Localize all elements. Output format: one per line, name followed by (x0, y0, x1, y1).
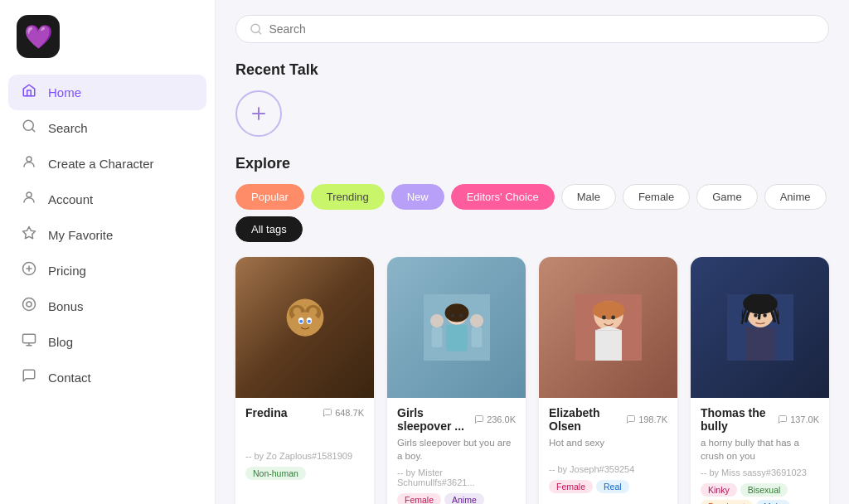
svg-rect-29 (446, 325, 468, 351)
cards-grid: Fredina 648.7K -- by Zo Zaplous#1581909 … (235, 257, 829, 504)
explore-title: Explore (235, 155, 829, 172)
bonus-icon (20, 297, 38, 316)
card-thomas-count: 137.0K (778, 414, 819, 424)
card-elizabeth-count: 198.7K (626, 414, 667, 424)
svg-point-8 (23, 298, 36, 311)
card-thomas-name: Thomas the bully (701, 406, 778, 433)
card-girls-body: Girls sleepover ... 236.0K Girls sleepov… (387, 398, 526, 504)
svg-point-3 (27, 192, 32, 197)
card-fredina-body: Fredina 648.7K -- by Zo Zaplous#1581909 … (235, 398, 374, 490)
sidebar-item-favorite-label: My Favorite (48, 228, 113, 242)
plus-icon (249, 104, 269, 124)
svg-point-34 (470, 314, 483, 327)
favorite-icon (20, 225, 38, 245)
card-girls-desc: Girls sleepover but you are a boy. (397, 436, 516, 463)
home-icon (20, 83, 38, 102)
svg-line-14 (259, 32, 261, 34)
filter-trending[interactable]: Trending (311, 184, 385, 210)
card-girls-tags: Female Anime (397, 493, 516, 504)
sidebar-item-pricing[interactable]: Pricing (8, 253, 206, 288)
card-thomas-tags: Kinky Bisexual Dominant Male Anime (701, 483, 819, 504)
filter-editors-choice[interactable]: Editors' Choice (451, 184, 555, 210)
svg-point-30 (444, 303, 468, 322)
card-girls-image (387, 257, 526, 398)
filter-popular[interactable]: Popular (235, 184, 304, 210)
card-fredina-count: 648.7K (323, 408, 364, 418)
svg-rect-10 (23, 334, 36, 343)
card-thomas-body: Thomas the bully 137.0K a horny bully th… (691, 398, 829, 504)
sidebar-item-search[interactable]: Search (8, 110, 206, 146)
tag-female-2: Female (549, 480, 593, 493)
search-nav-icon (20, 119, 38, 138)
svg-point-22 (290, 313, 319, 337)
filter-new[interactable]: New (391, 184, 444, 210)
blog-icon (20, 332, 38, 351)
create-character-icon (20, 154, 38, 173)
recent-talk-section: Recent Talk (235, 61, 829, 137)
svg-point-2 (27, 157, 32, 162)
search-bar[interactable] (235, 15, 829, 43)
card-thomas[interactable]: Thomas the bully 137.0K a horny bully th… (691, 257, 829, 504)
svg-point-46 (754, 313, 757, 317)
filter-all-tags[interactable]: All tags (235, 216, 303, 242)
svg-point-40 (602, 316, 606, 320)
card-fredina[interactable]: Fredina 648.7K -- by Zo Zaplous#1581909 … (235, 257, 374, 504)
svg-point-47 (763, 313, 766, 317)
svg-rect-48 (745, 327, 774, 361)
svg-point-31 (451, 314, 454, 317)
card-girls-sleepover[interactable]: Girls sleepover ... 236.0K Girls sleepov… (387, 257, 526, 504)
app-logo[interactable]: 💜 (17, 15, 60, 58)
card-girls-count: 236.0K (474, 414, 516, 424)
recent-talk-title: Recent Talk (235, 61, 829, 79)
card-thomas-desc: a horny bully that has a crush on you (701, 436, 819, 463)
sidebar-item-blog[interactable]: Blog (8, 324, 206, 360)
sidebar-item-bonus-label: Bonus (48, 299, 84, 313)
sidebar-item-my-favorite[interactable]: My Favorite (8, 217, 206, 253)
sidebar-item-home-label: Home (48, 85, 81, 99)
card-fredina-desc (245, 423, 364, 446)
tag-real: Real (596, 480, 629, 493)
filter-bar: Popular Trending New Editors' Choice Mal… (235, 184, 829, 242)
sidebar-item-bonus[interactable]: Bonus (8, 288, 206, 324)
card-elizabeth-name: Elizabeth Olsen (549, 406, 626, 433)
card-elizabeth-tags: Female Real (549, 480, 667, 493)
sidebar-item-account-label: Account (48, 192, 93, 206)
tag-dominant: Dominant (701, 500, 753, 504)
card-fredina-image (235, 257, 374, 398)
sidebar-item-home[interactable]: Home (8, 75, 206, 110)
card-elizabeth[interactable]: Elizabeth Olsen 198.7K Hot and sexy -- b… (539, 257, 677, 504)
nav-list: Home Search Create a Character Account M… (0, 70, 215, 504)
logo-area: 💜 (0, 0, 215, 70)
sidebar: 💜 Home Search Create a Character Acco (0, 0, 216, 504)
svg-line-1 (32, 128, 34, 131)
card-fredina-author: -- by Zo Zaplous#1581909 (245, 451, 364, 461)
sidebar-item-create-character[interactable]: Create a Character (8, 146, 206, 182)
filter-male[interactable]: Male (561, 184, 616, 210)
main-content: Recent Talk Explore Popular Trending New… (216, 0, 849, 504)
tag-female-1: Female (397, 493, 441, 504)
sidebar-item-contact-label: Contact (48, 371, 91, 385)
filter-anime[interactable]: Anime (764, 184, 827, 210)
card-elizabeth-desc: Hot and sexy (549, 436, 667, 459)
tag-kinky: Kinky (701, 483, 737, 497)
filter-female[interactable]: Female (623, 184, 690, 210)
svg-point-26 (307, 320, 310, 323)
account-icon (20, 190, 38, 209)
sidebar-item-blog-label: Blog (48, 335, 73, 349)
sidebar-item-account[interactable]: Account (8, 182, 206, 217)
filter-game[interactable]: Game (696, 184, 757, 210)
tag-male: Male (756, 500, 790, 504)
svg-point-41 (611, 316, 615, 320)
sidebar-item-contact[interactable]: Contact (8, 360, 206, 395)
svg-point-25 (299, 320, 303, 323)
svg-rect-36 (471, 327, 482, 347)
search-input[interactable] (269, 22, 815, 36)
new-chat-button[interactable] (235, 90, 282, 137)
card-fredina-name: Fredina (245, 406, 288, 419)
sidebar-item-search-label: Search (48, 121, 88, 135)
svg-rect-42 (595, 330, 622, 361)
svg-rect-35 (431, 327, 442, 347)
card-fredina-tags: Non-human (245, 467, 364, 480)
svg-point-32 (458, 314, 462, 317)
svg-marker-4 (23, 227, 36, 239)
